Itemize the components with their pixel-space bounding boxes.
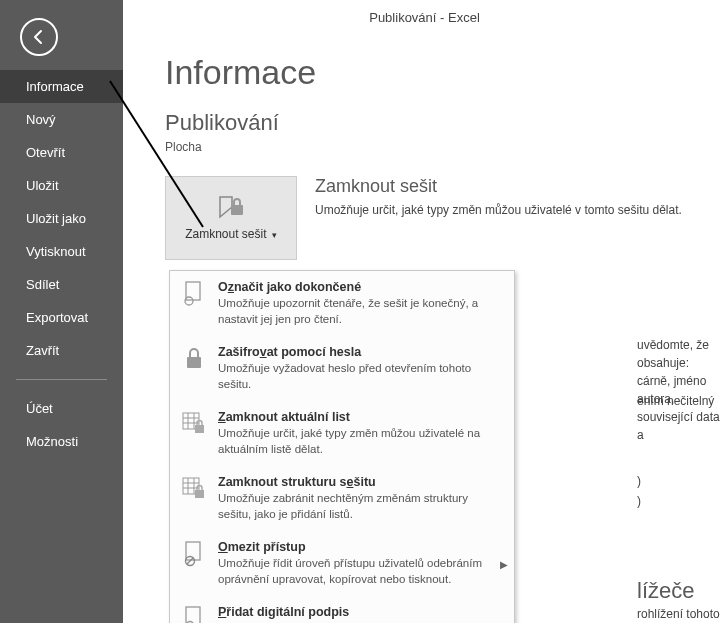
lock-shield-icon [216,195,246,221]
back-button[interactable] [20,18,58,56]
document-location: Plocha [165,140,726,154]
svg-line-19 [187,558,193,564]
svg-rect-20 [186,607,200,623]
protect-dropdown: Označit jako dokončené Umožňuje upozorni… [169,270,515,623]
dropdown-item-title: Zamknout strukturu sešitu [218,475,488,489]
protect-workbook-button[interactable]: Zamknout sešit ▾ [165,176,297,260]
sidebar-item-label: Nový [26,112,56,127]
bg-text-fragment: rohlížení tohoto sešitu na webu. [637,605,726,623]
sidebar-separator [16,379,107,380]
sidebar-item-ulozit-jako[interactable]: Uložit jako [0,202,123,235]
backstage-sidebar: Informace Nový Otevřít Uložit Uložit jak… [0,0,123,623]
dropdown-item-mark-final[interactable]: Označit jako dokončené Umožňuje upozorni… [170,271,514,336]
dropdown-item-title: Přidat digitální podpis [218,605,488,619]
sidebar-item-ulozit[interactable]: Uložit [0,169,123,202]
page-title: Informace [165,53,726,92]
document-ribbon-icon [180,605,208,623]
bg-text-fragment: ením nečitelný [637,392,714,410]
sidebar-item-label: Možnosti [26,434,78,449]
bg-text-fragment: ) [637,472,641,490]
sidebar-item-novy[interactable]: Nový [0,103,123,136]
sidebar-item-label: Uložit jako [26,211,86,226]
bg-text-fragment: ) [637,492,641,510]
submenu-arrow-icon: ▶ [500,558,508,569]
sidebar-item-label: Otevřít [26,145,65,160]
protect-description: Zamknout sešit Umožňuje určit, jaké typy… [315,176,682,217]
sidebar-item-zavrit[interactable]: Zavřít [0,334,123,367]
dropdown-item-desc: Umožňuje určit, jaké typy změn můžou uži… [218,426,488,457]
app-title: Publikování - Excel [123,0,726,25]
dropdown-item-desc: Umožňuje řídit úroveň přístupu uživatelů… [218,556,488,587]
grid-lock-icon [180,475,208,503]
dropdown-item-title: Zašifrovat pomocí hesla [218,345,488,359]
dropdown-item-digital-signature[interactable]: Přidat digitální podpis Umožňuje zajisti… [170,596,514,623]
svg-rect-4 [187,357,201,368]
dropdown-item-title: Omezit přístup [218,540,488,554]
chevron-down-icon: ▾ [272,230,277,240]
dropdown-item-protect-structure[interactable]: Zamknout strukturu sešitu Umožňuje zabrá… [170,466,514,531]
document-badge-icon [180,280,208,308]
svg-rect-0 [231,205,243,215]
document-restrict-icon [180,540,208,568]
sidebar-item-label: Sdílet [26,277,59,292]
sidebar-item-label: Exportovat [26,310,88,325]
bg-text-fragment: lížeče [637,574,694,607]
sidebar-item-sdilet[interactable]: Sdílet [0,268,123,301]
back-arrow-icon [30,28,48,46]
sidebar-item-label: Uložit [26,178,59,193]
bg-text-fragment: uvědomte, že obsahuje: cárně, jméno auto… [637,336,726,444]
sidebar-item-label: Zavřít [26,343,59,358]
sidebar-item-ucet[interactable]: Účet [0,392,123,425]
protect-heading: Zamknout sešit [315,176,682,197]
protect-button-label: Zamknout sešit [185,227,266,241]
sidebar-item-exportovat[interactable]: Exportovat [0,301,123,334]
document-title: Publikování [165,110,726,136]
dropdown-item-desc: Umožňuje upozornit čtenáře, že sešit je … [218,296,488,327]
sidebar-item-label: Informace [26,79,84,94]
sidebar-item-vytisknout[interactable]: Vytisknout [0,235,123,268]
svg-rect-16 [195,490,204,498]
sidebar-item-label: Vytisknout [26,244,86,259]
sidebar-item-label: Účet [26,401,53,416]
dropdown-item-encrypt[interactable]: Zašifrovat pomocí hesla Umožňuje vyžadov… [170,336,514,401]
sidebar-item-otevrit[interactable]: Otevřít [0,136,123,169]
svg-rect-10 [195,425,204,433]
dropdown-item-restrict-access[interactable]: Omezit přístup Umožňuje řídit úroveň pří… [170,531,514,596]
dropdown-item-title: Zamknout aktuální list [218,410,488,424]
dropdown-item-desc: Umožňuje vyžadovat heslo před otevřením … [218,361,488,392]
sidebar-item-moznosti[interactable]: Možnosti [0,425,123,458]
dropdown-item-title: Označit jako dokončené [218,280,488,294]
lock-icon [180,345,208,373]
grid-lock-icon [180,410,208,438]
dropdown-item-protect-sheet[interactable]: Zamknout aktuální list Umožňuje určit, j… [170,401,514,466]
svg-point-3 [185,297,193,305]
dropdown-item-desc: Umožňuje zabránit nechtěným změnám struk… [218,491,488,522]
sidebar-item-informace[interactable]: Informace [0,70,123,103]
protect-text: Umožňuje určit, jaké typy změn můžou uži… [315,203,682,217]
